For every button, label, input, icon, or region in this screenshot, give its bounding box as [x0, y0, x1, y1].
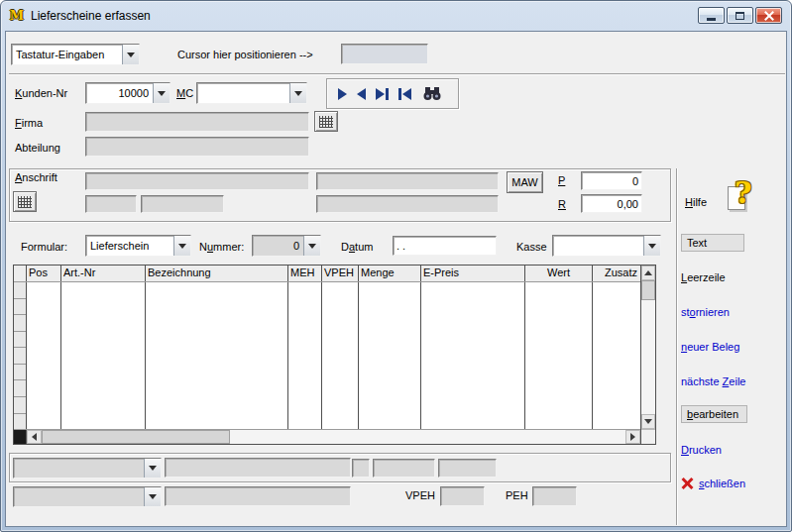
question-mark-icon: ? [735, 175, 752, 210]
footer-field-small[interactable] [352, 459, 370, 478]
anschrift-line1b-field[interactable] [316, 172, 499, 190]
bearbeiten-button[interactable]: bearbeiten [681, 405, 747, 423]
row-selector-cell[interactable] [14, 414, 26, 430]
footer-combo-2[interactable] [13, 486, 162, 507]
col-header-meh[interactable]: MEH [288, 266, 322, 281]
arrow-left-icon [32, 433, 37, 441]
table-body[interactable] [14, 282, 640, 429]
schliessen-label: schließen [699, 478, 745, 489]
anschrift-line2b-field[interactable] [316, 195, 499, 213]
maw-button[interactable]: MAW [507, 171, 543, 193]
nummer-label: Nummer: [199, 241, 244, 253]
schliessen-button[interactable]: schließen [681, 478, 745, 489]
leerzeile-button[interactable]: Leerzeile [681, 271, 726, 283]
chevron-down-icon[interactable] [144, 487, 161, 506]
firma-label: Firma [15, 117, 43, 129]
next-record-icon[interactable] [338, 88, 347, 100]
footer-field-1[interactable] [165, 458, 351, 478]
text-button[interactable]: Text [681, 234, 744, 252]
chevron-down-icon[interactable] [289, 83, 306, 103]
firma-field[interactable] [85, 112, 309, 132]
anschrift-ort-field[interactable] [141, 195, 224, 213]
vpeh-field[interactable] [440, 486, 485, 506]
maximize-button[interactable] [727, 7, 753, 24]
anschrift-lookup-button[interactable] [13, 191, 37, 212]
row-selector-cell[interactable] [14, 397, 26, 414]
client-area: Tastatur-Eingaben Cursor hier positionie… [5, 31, 787, 527]
chevron-down-icon[interactable] [173, 236, 190, 256]
footer-combo-1[interactable] [13, 458, 162, 479]
input-mode-select[interactable]: Tastatur-Eingaben [11, 44, 140, 65]
search-binoculars-icon[interactable] [421, 86, 443, 101]
mc-combo[interactable] [196, 82, 307, 104]
row-selector-cell[interactable] [14, 380, 26, 397]
grid-column-menge [359, 282, 421, 429]
horizontal-scrollbar [14, 429, 640, 444]
col-header-epreis[interactable]: E-Preis [421, 266, 525, 281]
firma-lookup-button[interactable] [314, 111, 338, 132]
col-header-vpeh[interactable]: VPEH [322, 266, 359, 281]
anschrift-line1-field[interactable] [85, 172, 309, 190]
p-label: P [558, 174, 565, 186]
scroll-left-button[interactable] [27, 430, 42, 444]
chevron-down-icon[interactable] [303, 236, 320, 256]
previous-record-icon[interactable] [357, 88, 366, 100]
datum-field[interactable]: . . [393, 236, 497, 256]
footer-field-4[interactable] [165, 486, 351, 506]
anschrift-label: Anschrift [15, 171, 57, 183]
col-header-menge[interactable]: Menge [359, 266, 421, 281]
naechste-zeile-button[interactable]: nächste Zeile [681, 375, 745, 387]
peh-field[interactable] [532, 486, 577, 506]
col-header-wert[interactable]: Wert [525, 266, 593, 281]
abteilung-field[interactable] [85, 137, 309, 157]
drucken-button[interactable]: Drucken [681, 444, 722, 456]
vertical-scroll-thumb[interactable] [641, 280, 655, 300]
chevron-down-icon[interactable] [643, 236, 660, 256]
maximize-icon [735, 12, 744, 20]
close-button[interactable] [755, 7, 782, 24]
r-field[interactable]: 0,00 [581, 194, 642, 213]
hilfe-label: Hilfe [685, 196, 707, 208]
datum-label: Datum [341, 241, 373, 253]
footer-field-3[interactable] [438, 459, 497, 478]
help-icon[interactable]: ? [725, 178, 758, 216]
chevron-down-icon[interactable] [153, 83, 170, 103]
cursor-position-field[interactable] [341, 44, 428, 64]
row-selector-cell[interactable] [14, 282, 26, 299]
mc-label: MC [176, 87, 193, 99]
neuer-beleg-button[interactable]: neuer Beleg [681, 341, 739, 353]
row-selector-cell[interactable] [14, 365, 26, 381]
panel-separator [676, 168, 678, 525]
anschrift-plz-field[interactable] [85, 195, 137, 213]
first-record-icon[interactable] [398, 88, 411, 100]
r-label: R [558, 198, 566, 210]
minimize-button[interactable] [698, 7, 725, 24]
kunden-nr-combo[interactable]: 10000 [85, 82, 170, 104]
chevron-down-icon[interactable] [122, 45, 139, 64]
scroll-down-button[interactable] [641, 414, 655, 429]
scroll-up-button[interactable] [641, 266, 655, 280]
titlebar[interactable]: M Lieferscheine erfassen [1, 1, 791, 30]
formular-combo[interactable]: Lieferschein [85, 235, 191, 257]
col-header-artnr[interactable]: Art.-Nr [61, 266, 146, 281]
row-selector-cell[interactable] [14, 348, 26, 365]
p-field[interactable]: 0 [581, 171, 642, 190]
chevron-down-icon[interactable] [144, 459, 161, 478]
nummer-combo[interactable]: 0 [252, 235, 321, 257]
row-selector-cell[interactable] [14, 315, 26, 332]
kasse-combo[interactable] [552, 235, 661, 257]
scroll-right-button[interactable] [625, 430, 640, 444]
col-header-pos[interactable]: Pos [27, 266, 61, 281]
col-header-bezeichnung[interactable]: Bezeichnung [146, 266, 288, 281]
footer-field-2[interactable] [373, 459, 435, 478]
last-record-icon[interactable] [376, 88, 389, 100]
row-selector-cell[interactable] [14, 332, 26, 349]
horizontal-scroll-track[interactable] [42, 430, 625, 444]
vertical-scroll-track[interactable] [641, 280, 655, 414]
stornieren-button[interactable]: stornieren [681, 306, 730, 318]
col-header-zusatz[interactable]: Zusatz [593, 266, 640, 281]
app-window: M Lieferscheine erfassen Tastatur-Eingab… [0, 0, 792, 532]
row-selector-header [14, 266, 27, 281]
horizontal-scroll-thumb[interactable] [42, 430, 230, 444]
row-selector-cell[interactable] [14, 299, 26, 316]
